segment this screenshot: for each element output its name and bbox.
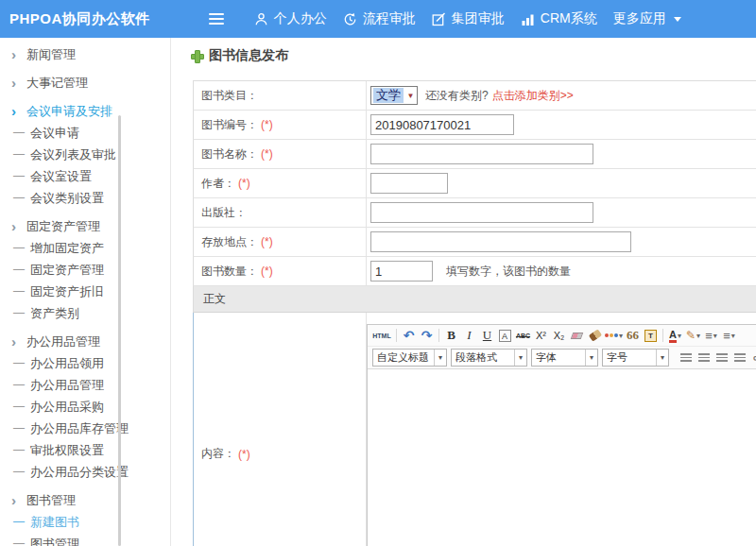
dash-icon: — — [13, 237, 30, 259]
redo-button[interactable]: ↷ — [419, 327, 435, 344]
sidebar-item-supplies-manage[interactable]: —办公用品管理 — [0, 374, 170, 396]
sidebar-item-assets-category[interactable]: —资产类别 — [0, 302, 170, 324]
superscript-button[interactable]: X² — [533, 327, 549, 344]
sidebar-item-memorabilia[interactable]: ›大事记管理 — [0, 72, 170, 94]
italic-button[interactable]: I — [461, 327, 477, 344]
sidebar-item-meeting-room[interactable]: —会议室设置 — [0, 165, 170, 187]
caret-down-icon: ▾ — [678, 332, 681, 340]
sidebar-item-meeting-group[interactable]: ›会议申请及安排 — [0, 100, 170, 122]
sidebar-item-supplies-group[interactable]: ›办公用品管理 — [0, 331, 170, 352]
add-plus-icon — [191, 50, 202, 61]
dash-icon: — — [13, 187, 30, 209]
sidebar-item-book-new[interactable]: —新建图书 — [0, 511, 170, 533]
page-title: 图书信息发布 — [191, 47, 288, 64]
author-input[interactable] — [370, 173, 448, 194]
sidebar-item-meeting-list[interactable]: —会议列表及审批 — [0, 144, 170, 165]
rich-text-editor: HTML ↶ ↷ B I U A ABC X² X₂ — [367, 324, 756, 546]
book-name-input[interactable] — [370, 144, 593, 164]
book-number-input[interactable] — [370, 114, 514, 135]
auto-typeset-button[interactable]: ▾ — [605, 327, 623, 344]
body-section-header: 正文 — [193, 286, 756, 313]
book-number-label: 图书编号： — [201, 117, 258, 133]
custom-title-select[interactable]: 自定义标题▾ — [372, 349, 447, 367]
toolbar-separator — [438, 329, 439, 342]
publisher-label: 出版社： — [201, 205, 247, 221]
font-color-button[interactable]: A▾ — [667, 327, 683, 344]
sidebar-scrollbar[interactable] — [118, 115, 121, 546]
sidebar-item-news[interactable]: ›新闻管理 — [0, 43, 170, 65]
subscript-button[interactable]: X₂ — [551, 327, 567, 344]
highlight-color-button[interactable]: ✎▾ — [685, 327, 701, 344]
toolbar-separator — [396, 329, 397, 342]
sidebar-item-assets-depreciation[interactable]: —固定资产折旧 — [0, 281, 170, 302]
form-row-book-number: 图书编号：(*) — [193, 111, 756, 140]
paste-as-text-button[interactable]: T — [643, 327, 659, 344]
app-logo: PHPOA协同办公软件 — [9, 10, 150, 28]
insert-link-button[interactable]: ∞ — [749, 350, 756, 367]
section-title: 正文 — [203, 291, 226, 307]
sidebar-item-supplies-stock[interactable]: —办公用品库存管理 — [0, 418, 170, 439]
dash-icon: — — [13, 533, 30, 546]
eraser-button[interactable] — [569, 327, 585, 344]
align-right-button[interactable] — [713, 350, 730, 367]
sidebar-item-approval-permission[interactable]: —审批权限设置 — [0, 439, 170, 461]
strikethrough-button[interactable]: ABC — [515, 327, 531, 344]
editor-content-area[interactable] — [368, 369, 756, 546]
toolbar-separator — [662, 329, 663, 342]
font-border-button[interactable]: A — [499, 330, 511, 342]
dash-icon: — — [13, 144, 30, 165]
add-category-link[interactable]: 点击添加类别>> — [492, 88, 574, 104]
sidebar-item-assets-add[interactable]: —增加固定资产 — [0, 237, 170, 259]
caret-down-icon — [674, 17, 681, 22]
sidebar-item-assets-group[interactable]: ›固定资产管理 — [0, 215, 170, 237]
nav-flow-approval[interactable]: 流程审批 — [341, 0, 418, 38]
font-size-select[interactable]: 字号▾ — [602, 349, 669, 367]
quantity-hint: 填写数字，该图书的数量 — [446, 264, 571, 280]
sidebar-item-supplies-purchase[interactable]: —办公用品采购 — [0, 396, 170, 418]
publisher-input[interactable] — [370, 202, 593, 223]
dash-icon: — — [13, 374, 30, 396]
font-family-select[interactable]: 字体▾ — [531, 349, 598, 367]
sidebar-item-meeting-category[interactable]: —会议类别设置 — [0, 187, 170, 209]
unordered-list-icon: ≡ — [723, 329, 730, 343]
book-name-label: 图书名称： — [201, 146, 258, 162]
sidebar-item-assets-manage[interactable]: —固定资产管理 — [0, 259, 170, 281]
format-painter-button[interactable] — [587, 327, 603, 344]
nav-group-approval[interactable]: 集团审批 — [430, 0, 507, 38]
required-mark: (*) — [238, 448, 250, 461]
align-justify-button[interactable] — [731, 350, 747, 367]
bold-button[interactable]: B — [443, 327, 459, 344]
dash-icon: — — [13, 352, 30, 374]
hamburger-menu-icon[interactable] — [209, 13, 224, 25]
ordered-list-button[interactable]: ≡▾ — [703, 327, 719, 344]
nav-personal-office[interactable]: 个人办公 — [252, 0, 329, 38]
sidebar-item-meeting-apply[interactable]: —会议申请 — [0, 122, 170, 144]
nav-more-apps[interactable]: 更多应用 — [611, 0, 683, 38]
nav-crm-system[interactable]: CRM系统 — [519, 0, 599, 38]
chevron-right-icon: › — [11, 43, 26, 65]
blockquote-button[interactable]: 66 — [625, 327, 641, 344]
marker-pen-icon: ✎ — [686, 329, 696, 342]
brush-icon — [588, 329, 601, 341]
category-select[interactable]: 文学 ▼ — [370, 86, 418, 105]
caret-down-icon: ▾ — [713, 332, 717, 340]
align-left-button[interactable] — [678, 350, 694, 367]
sidebar-item-supplies-category[interactable]: —办公用品分类设置 — [0, 461, 170, 483]
paragraph-format-select[interactable]: 段落格式▾ — [451, 349, 527, 367]
select-caret-icon: ▾ — [656, 350, 668, 366]
unordered-list-button[interactable]: ≡▾ — [721, 327, 737, 344]
required-mark: (*) — [261, 235, 273, 248]
required-mark: (*) — [261, 118, 273, 131]
sidebar-item-book-manage[interactable]: —图书管理 — [0, 533, 170, 546]
align-center-button[interactable] — [696, 350, 712, 367]
source-html-button[interactable]: HTML — [371, 327, 392, 344]
undo-button[interactable]: ↶ — [401, 327, 417, 344]
sidebar-item-books-group[interactable]: ›图书管理 — [0, 489, 170, 511]
sidebar-item-supplies-claim[interactable]: —办公用品领用 — [0, 352, 170, 374]
underline-button[interactable]: U — [479, 327, 495, 344]
form-row-book-name: 图书名称：(*) — [193, 140, 756, 169]
dash-icon: — — [13, 122, 30, 144]
book-form-table: 图书类目： 文学 ▼ 还没有类别? 点击添加类别>> 图书编号：(*) 图书名称… — [193, 80, 756, 546]
quantity-input[interactable] — [370, 261, 433, 282]
location-input[interactable] — [370, 231, 631, 252]
